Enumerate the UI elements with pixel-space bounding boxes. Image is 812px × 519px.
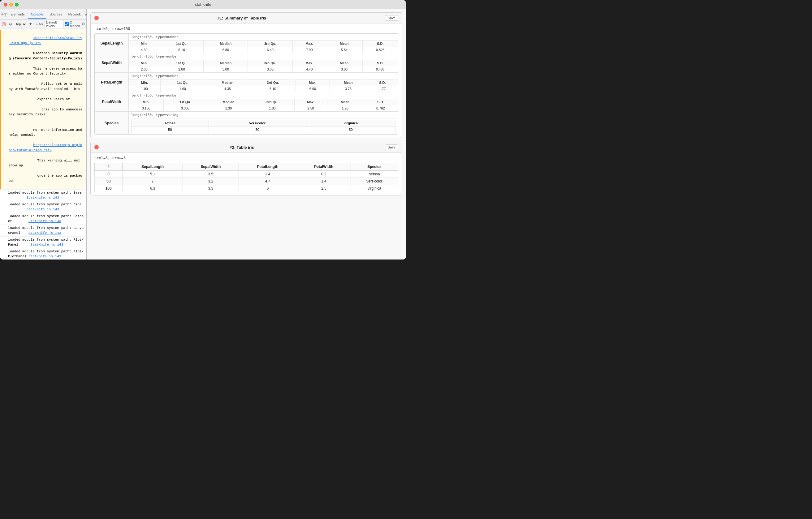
val-sl-min: 4.30 (129, 47, 160, 53)
dropdown-icon[interactable]: ▼ (28, 21, 33, 28)
pw-header-min: Min. (129, 99, 164, 105)
close-button[interactable] (4, 3, 7, 6)
stats-table-petal-length: Min. 1st Qu. Median 3rd Qu. Max. Mean S.… (129, 80, 398, 92)
header-mean: Mean (326, 40, 363, 47)
maximize-button[interactable] (15, 3, 19, 6)
header-sd: S.D. (362, 40, 398, 47)
pl-header-max: Max. (295, 80, 329, 86)
minimize-button[interactable] (9, 3, 13, 6)
pw-header-q3: 3rd Qu. (250, 99, 294, 105)
row50-sw: 3.2 (182, 178, 239, 185)
log-plotpanel-text: loaded module from system path: Plot/Pan… (8, 237, 84, 247)
pw-header-mean: Mean (327, 99, 363, 105)
summary-row-sepal-length: SepalLength length=150, type=number Min.… (95, 34, 398, 53)
card-2-title: #2: Table iris (101, 145, 382, 150)
cursor-icon[interactable]: ⌖ (1, 10, 4, 19)
gear-icon[interactable]: ⚙ (81, 22, 85, 26)
tab-network[interactable]: Network (65, 10, 84, 19)
var-content-petal-width: length=150, type=number Min. 1st Qu. Med… (129, 92, 398, 111)
console-output[interactable]: ⚠ /Users/hiro/src/stat…ity-warnings.js:1… (0, 28, 86, 260)
col-header-sepal-length: SepalLength (122, 163, 183, 171)
console-log-dataset: loaded module from system path: Dataset … (0, 213, 86, 225)
row50-pl: 4.7 (239, 178, 297, 185)
val-sw-median: 3.00 (204, 66, 248, 72)
card-1-body: ncol=5, nrow=150 SepalLength length=150,… (91, 24, 402, 138)
type-info-sepal-width: length=150, type=number (129, 53, 398, 60)
console-warning-text: /Users/hiro/src/stat…ity-warnings.js:170… (9, 30, 84, 189)
log-dice-link[interactable]: StatKnife.js:143 (26, 208, 59, 211)
warning-icon: ⚠ (3, 31, 7, 36)
card-2-meta: ncol=5, nrow=3 (94, 156, 398, 160)
table-row-0: 0 5.1 3.5 1.4 0.2 setosa (95, 171, 398, 178)
log-canvaspanel-link[interactable]: StatKnife.js:143 (28, 231, 61, 235)
sw-header-min: Min. (129, 60, 160, 66)
val-pw-sd: 0.762 (363, 105, 398, 111)
val-sl-q1: 5.10 (160, 47, 203, 53)
warning-headline: Electron Security Warning (Insecure Cont… (9, 51, 82, 60)
summary-table: SepalLength length=150, type=number Min.… (94, 33, 398, 134)
val-pl-max: 6.90 (295, 86, 329, 92)
log-plotplotpanel-link[interactable]: StatKnife.js:143 (28, 254, 61, 258)
pl-header-median: Median (205, 80, 250, 86)
var-name-petal-length: PetalLength (95, 73, 129, 92)
summary-row-sepal-width: SepalWidth length=150, type=number Min. … (95, 53, 398, 73)
pw-header-sd: S.D. (363, 99, 398, 105)
console-log-plotplotpanel: loaded module from system path: Plot/Plo… (0, 248, 86, 260)
col-header-petal-length: PetalLength (239, 163, 297, 171)
species-header-virginica: virginica (306, 120, 395, 126)
table-row-50: 50 7 3.2 4.7 1.4 versicolor (95, 178, 398, 185)
context-select[interactable]: top (14, 22, 27, 26)
val-pl-min: 1.00 (129, 86, 160, 92)
log-dataset-link[interactable]: StatKnife.js:143 (28, 219, 61, 223)
sw-header-mean: Mean (326, 60, 363, 66)
tab-sources[interactable]: Sources (47, 10, 65, 19)
sw-header-median: Median (204, 60, 248, 66)
species-header-setosa: setosa (132, 120, 209, 126)
row0-sl: 5.1 (122, 171, 183, 178)
log-dataset-text: loaded module from system path: Dataset … (8, 214, 84, 224)
row50-species: versicolor (351, 178, 398, 185)
titlebar: stat-knife (0, 0, 406, 9)
row100-species: virginica (351, 185, 398, 192)
val-sl-max: 7.90 (293, 47, 326, 53)
clear-console-button[interactable]: 🚫 (1, 21, 6, 28)
tab-console[interactable]: Console (28, 10, 47, 19)
row100-index: 100 (95, 185, 122, 192)
val-pw-q1: 0.300 (164, 105, 207, 111)
warning-link[interactable]: /Users/hiro/src/stat…ity-warnings.js:170 (9, 36, 82, 45)
levels-select[interactable]: Default levels (45, 20, 63, 28)
app-window: stat-knife ⌖ ◫ Elements Console Sources … (0, 0, 406, 260)
val-pl-q1: 1.60 (160, 86, 205, 92)
electronjs-link[interactable]: https://electronjs.org/docs/tutorial/sec… (9, 143, 82, 152)
species-val-setosa: 50 (132, 126, 209, 133)
block-button[interactable]: ⊘ (8, 21, 13, 28)
pl-header-mean: Mean (330, 80, 367, 86)
output-card-1: #1: Summary of Table iris Save ncol=5, n… (90, 12, 402, 138)
val-pl-median: 4.35 (205, 86, 250, 92)
devtools-toolbar: 🚫 ⊘ top ▼ Filter Default levels 2 hidden… (0, 20, 86, 28)
card-2-save-button[interactable]: Save (385, 145, 398, 150)
pw-header-q1: 1st Qu. (164, 99, 207, 105)
var-name-sepal-width: SepalWidth (95, 53, 129, 72)
devtools-tabs: ⌖ ◫ Elements Console Sources Network » ⚠… (0, 9, 86, 20)
console-log-base: loaded module from system path: Base Sta… (0, 190, 86, 201)
summary-row-petal-width: PetalWidth length=150, type=number Min. … (95, 92, 398, 112)
log-plotpanel-link[interactable]: StatKnife.js:143 (31, 243, 63, 246)
row50-index: 50 (95, 178, 122, 185)
right-panel[interactable]: #1: Summary of Table iris Save ncol=5, n… (87, 9, 406, 260)
species-header-versicolor: versicolor (209, 120, 306, 126)
card-1-save-button[interactable]: Save (385, 15, 398, 21)
card-2-header: #2: Table iris Save (91, 142, 402, 153)
log-base-link[interactable]: StatKnife.js:143 (26, 196, 59, 200)
sw-header-sd: S.D. (362, 60, 398, 66)
tab-elements[interactable]: Elements (7, 10, 28, 19)
var-content-species: length=150, type=string setosa versicolo… (129, 112, 398, 134)
checkbox-input[interactable] (65, 22, 69, 26)
pl-header-min: Min. (129, 80, 160, 86)
pw-header-median: Median (207, 99, 250, 105)
log-base-text: loaded module from system path: Base Sta… (8, 190, 84, 201)
mobile-icon[interactable]: ◫ (4, 10, 7, 19)
val-sw-q3: 3.30 (248, 66, 293, 72)
card-1-header: #1: Summary of Table iris Save (91, 13, 402, 24)
species-val-versicolor: 50 (209, 126, 306, 133)
